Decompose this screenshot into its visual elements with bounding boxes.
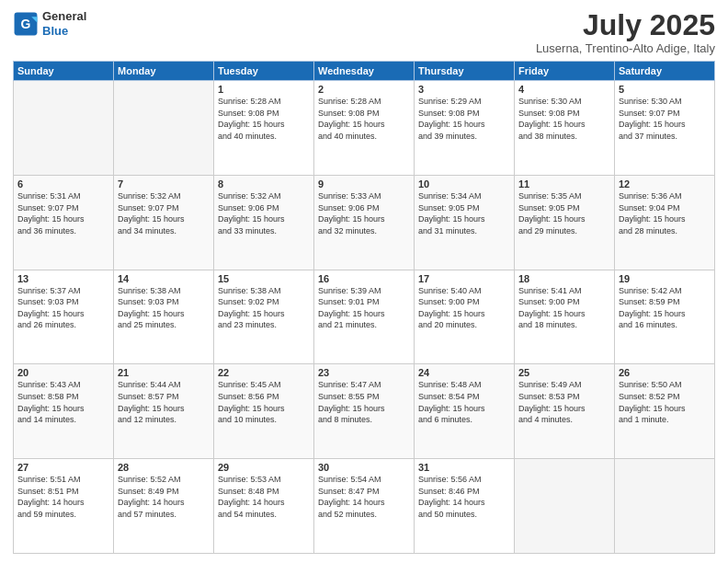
day-info: Sunrise: 5:54 AMSunset: 8:47 PMDaylight:…: [318, 474, 410, 520]
day-info: Sunrise: 5:53 AMSunset: 8:48 PMDaylight:…: [218, 474, 310, 520]
day-info: Sunrise: 5:29 AMSunset: 9:08 PMDaylight:…: [418, 96, 510, 142]
day-info: Sunrise: 5:37 AMSunset: 9:03 PMDaylight:…: [17, 285, 109, 331]
day-number: 15: [218, 273, 310, 284]
table-row: 22Sunrise: 5:45 AMSunset: 8:56 PMDayligh…: [214, 364, 314, 459]
table-row: 24Sunrise: 5:48 AMSunset: 8:54 PMDayligh…: [415, 364, 515, 459]
table-row: 8Sunrise: 5:32 AMSunset: 9:06 PMDaylight…: [214, 175, 314, 270]
col-saturday: Saturday: [615, 62, 715, 81]
day-info: Sunrise: 5:41 AMSunset: 9:00 PMDaylight:…: [518, 285, 610, 331]
day-number: 22: [218, 367, 310, 378]
table-row: 20Sunrise: 5:43 AMSunset: 8:58 PMDayligh…: [14, 364, 114, 459]
table-row: [114, 81, 214, 176]
day-info: Sunrise: 5:28 AMSunset: 9:08 PMDaylight:…: [218, 96, 310, 142]
day-number: 30: [318, 462, 410, 473]
title-block: July 2025 Luserna, Trentino-Alto Adige, …: [536, 9, 715, 55]
calendar-week-row: 20Sunrise: 5:43 AMSunset: 8:58 PMDayligh…: [14, 364, 715, 459]
table-row: 5Sunrise: 5:30 AMSunset: 9:07 PMDaylight…: [615, 81, 715, 176]
table-row: 27Sunrise: 5:51 AMSunset: 8:51 PMDayligh…: [14, 459, 114, 554]
day-number: 14: [118, 273, 210, 284]
logo-text: General Blue: [42, 9, 86, 38]
day-number: 8: [218, 178, 310, 190]
day-number: 7: [118, 178, 210, 190]
day-info: Sunrise: 5:49 AMSunset: 8:53 PMDaylight:…: [518, 379, 610, 425]
col-tuesday: Tuesday: [214, 62, 314, 81]
day-info: Sunrise: 5:43 AMSunset: 8:58 PMDaylight:…: [17, 379, 109, 425]
logo-icon: G: [13, 11, 39, 37]
day-info: Sunrise: 5:28 AMSunset: 9:08 PMDaylight:…: [318, 96, 410, 142]
day-number: 19: [619, 273, 711, 284]
table-row: 3Sunrise: 5:29 AMSunset: 9:08 PMDaylight…: [415, 81, 515, 176]
day-number: 9: [318, 178, 410, 190]
day-number: 23: [318, 367, 410, 378]
col-thursday: Thursday: [415, 62, 515, 81]
day-number: 1: [218, 84, 310, 95]
header: G General Blue July 2025 Luserna, Trenti…: [13, 9, 715, 55]
table-row: 18Sunrise: 5:41 AMSunset: 9:00 PMDayligh…: [515, 270, 615, 364]
day-number: 26: [619, 367, 711, 378]
table-row: [615, 459, 715, 554]
day-info: Sunrise: 5:31 AMSunset: 9:07 PMDaylight:…: [17, 190, 109, 236]
col-monday: Monday: [114, 62, 214, 81]
calendar-week-row: 1Sunrise: 5:28 AMSunset: 9:08 PMDaylight…: [14, 81, 715, 176]
day-number: 24: [418, 367, 510, 378]
day-number: 18: [518, 273, 610, 284]
day-number: 29: [218, 462, 310, 473]
title-month: July 2025: [536, 9, 715, 41]
day-info: Sunrise: 5:38 AMSunset: 9:03 PMDaylight:…: [118, 285, 210, 331]
day-info: Sunrise: 5:42 AMSunset: 8:59 PMDaylight:…: [619, 285, 711, 331]
day-number: 11: [518, 178, 610, 190]
calendar-week-row: 27Sunrise: 5:51 AMSunset: 8:51 PMDayligh…: [14, 459, 715, 554]
table-row: 16Sunrise: 5:39 AMSunset: 9:01 PMDayligh…: [314, 270, 415, 364]
table-row: 12Sunrise: 5:36 AMSunset: 9:04 PMDayligh…: [615, 175, 715, 270]
day-number: 25: [518, 367, 610, 378]
title-location: Luserna, Trentino-Alto Adige, Italy: [536, 41, 715, 55]
table-row: 13Sunrise: 5:37 AMSunset: 9:03 PMDayligh…: [14, 270, 114, 364]
day-number: 27: [17, 462, 109, 473]
day-info: Sunrise: 5:36 AMSunset: 9:04 PMDaylight:…: [619, 190, 711, 236]
day-info: Sunrise: 5:56 AMSunset: 8:46 PMDaylight:…: [418, 474, 510, 520]
table-row: 28Sunrise: 5:52 AMSunset: 8:49 PMDayligh…: [114, 459, 214, 554]
calendar-week-row: 6Sunrise: 5:31 AMSunset: 9:07 PMDaylight…: [14, 175, 715, 270]
table-row: 2Sunrise: 5:28 AMSunset: 9:08 PMDaylight…: [314, 81, 415, 176]
day-info: Sunrise: 5:51 AMSunset: 8:51 PMDaylight:…: [17, 474, 109, 520]
table-row: 7Sunrise: 5:32 AMSunset: 9:07 PMDaylight…: [114, 175, 214, 270]
day-number: 4: [518, 84, 610, 95]
table-row: 10Sunrise: 5:34 AMSunset: 9:05 PMDayligh…: [415, 175, 515, 270]
table-row: 4Sunrise: 5:30 AMSunset: 9:08 PMDaylight…: [515, 81, 615, 176]
table-row: [515, 459, 615, 554]
day-number: 21: [118, 367, 210, 378]
logo-line1: General: [42, 9, 86, 24]
day-info: Sunrise: 5:50 AMSunset: 8:52 PMDaylight:…: [619, 379, 711, 425]
day-info: Sunrise: 5:34 AMSunset: 9:05 PMDaylight:…: [418, 190, 510, 236]
day-number: 31: [418, 462, 510, 473]
day-info: Sunrise: 5:35 AMSunset: 9:05 PMDaylight:…: [518, 190, 610, 236]
table-row: 14Sunrise: 5:38 AMSunset: 9:03 PMDayligh…: [114, 270, 214, 364]
day-info: Sunrise: 5:45 AMSunset: 8:56 PMDaylight:…: [218, 379, 310, 425]
logo-line2: Blue: [42, 24, 68, 38]
calendar-week-row: 13Sunrise: 5:37 AMSunset: 9:03 PMDayligh…: [14, 270, 715, 364]
day-number: 5: [619, 84, 711, 95]
col-friday: Friday: [515, 62, 615, 81]
day-number: 2: [318, 84, 410, 95]
day-number: 6: [17, 178, 109, 190]
day-number: 17: [418, 273, 510, 284]
table-row: [14, 81, 114, 176]
table-row: 1Sunrise: 5:28 AMSunset: 9:08 PMDaylight…: [214, 81, 314, 176]
table-row: 9Sunrise: 5:33 AMSunset: 9:06 PMDaylight…: [314, 175, 415, 270]
day-info: Sunrise: 5:40 AMSunset: 9:00 PMDaylight:…: [418, 285, 510, 331]
calendar-table: Sunday Monday Tuesday Wednesday Thursday…: [13, 61, 715, 554]
table-row: 11Sunrise: 5:35 AMSunset: 9:05 PMDayligh…: [515, 175, 615, 270]
day-info: Sunrise: 5:52 AMSunset: 8:49 PMDaylight:…: [118, 474, 210, 520]
table-row: 26Sunrise: 5:50 AMSunset: 8:52 PMDayligh…: [615, 364, 715, 459]
col-wednesday: Wednesday: [314, 62, 415, 81]
page: G General Blue July 2025 Luserna, Trenti…: [0, 0, 728, 563]
table-row: 25Sunrise: 5:49 AMSunset: 8:53 PMDayligh…: [515, 364, 615, 459]
day-info: Sunrise: 5:32 AMSunset: 9:06 PMDaylight:…: [218, 190, 310, 236]
calendar-header-row: Sunday Monday Tuesday Wednesday Thursday…: [14, 62, 715, 81]
day-info: Sunrise: 5:33 AMSunset: 9:06 PMDaylight:…: [318, 190, 410, 236]
table-row: 30Sunrise: 5:54 AMSunset: 8:47 PMDayligh…: [314, 459, 415, 554]
table-row: 31Sunrise: 5:56 AMSunset: 8:46 PMDayligh…: [415, 459, 515, 554]
day-number: 12: [619, 178, 711, 190]
day-number: 16: [318, 273, 410, 284]
day-number: 10: [418, 178, 510, 190]
